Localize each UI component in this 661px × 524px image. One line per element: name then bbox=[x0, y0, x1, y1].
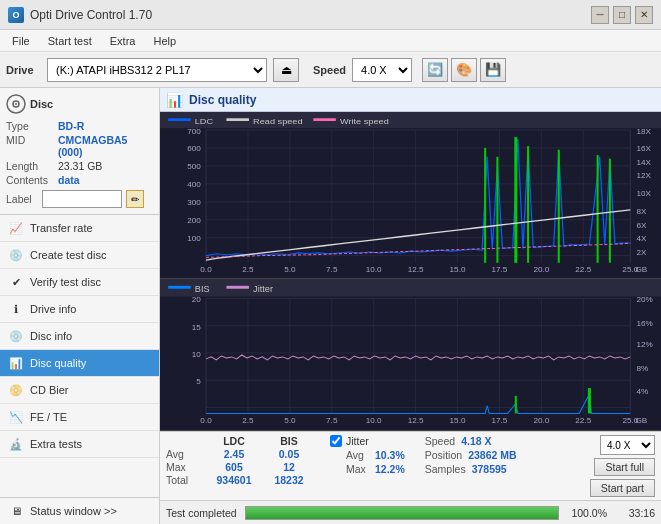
disc-quality-icon: 📊 bbox=[8, 355, 24, 371]
start-full-button[interactable]: Start full bbox=[594, 458, 655, 476]
svg-text:12%: 12% bbox=[636, 340, 652, 349]
svg-text:GB: GB bbox=[635, 265, 647, 273]
svg-text:5: 5 bbox=[196, 377, 201, 386]
extra-tests-icon: 🔬 bbox=[8, 436, 24, 452]
bottom-chart: BIS Jitter bbox=[160, 279, 661, 431]
svg-text:10X: 10X bbox=[636, 190, 651, 198]
sidebar-item-transfer-rate[interactable]: 📈 Transfer rate bbox=[0, 215, 159, 242]
speed-info-section: Speed 4.18 X Position 23862 MB Samples 3… bbox=[425, 435, 517, 475]
svg-text:14X: 14X bbox=[636, 158, 651, 166]
refresh-button[interactable]: 🔄 bbox=[422, 58, 448, 82]
sidebar-item-disc-info[interactable]: 💿 Disc info bbox=[0, 323, 159, 350]
fe-te-label: FE / TE bbox=[30, 411, 67, 423]
content-header: 📊 Disc quality bbox=[160, 88, 661, 112]
disc-info-icon: 💿 bbox=[8, 328, 24, 344]
minimize-button[interactable]: ─ bbox=[591, 6, 609, 24]
top-chart: LDC Read speed Write speed bbox=[160, 112, 661, 279]
drive-toolbar: Drive (K:) ATAPI iHBS312 2 PL17 ⏏ Speed … bbox=[0, 52, 661, 88]
app-title: Opti Drive Control 1.70 bbox=[30, 8, 152, 22]
sidebar-item-verify-test-disc[interactable]: ✔ Verify test disc bbox=[0, 269, 159, 296]
progress-area: Test completed 100.0% 33:16 bbox=[160, 500, 661, 524]
menu-bar: File Start test Extra Help bbox=[0, 30, 661, 52]
svg-text:GB: GB bbox=[635, 416, 647, 425]
label-input[interactable] bbox=[42, 190, 122, 208]
svg-text:18X: 18X bbox=[636, 127, 651, 135]
sidebar-item-fe-te[interactable]: 📉 FE / TE bbox=[0, 404, 159, 431]
svg-text:8%: 8% bbox=[636, 364, 648, 373]
sidebar-item-extra-tests[interactable]: 🔬 Extra tests bbox=[0, 431, 159, 458]
sidebar-item-cd-bier[interactable]: 📀 CD Bier bbox=[0, 377, 159, 404]
disc-mid-row: MID CMCMAGBA5 (000) bbox=[6, 134, 153, 158]
sidebar-item-create-test-disc[interactable]: 💿 Create test disc bbox=[0, 242, 159, 269]
cd-bier-label: CD Bier bbox=[30, 384, 69, 396]
max-jitter-label: Max bbox=[346, 463, 371, 475]
extra-tests-label: Extra tests bbox=[30, 438, 82, 450]
transfer-rate-label: Transfer rate bbox=[30, 222, 93, 234]
speed-select[interactable]: 4.0 X 2.0 X 8.0 X bbox=[352, 58, 412, 82]
svg-text:20%: 20% bbox=[636, 296, 652, 305]
sidebar-item-drive-info[interactable]: ℹ Drive info bbox=[0, 296, 159, 323]
svg-text:6X: 6X bbox=[636, 221, 646, 229]
max-label: Max bbox=[166, 461, 204, 473]
avg-label: Avg bbox=[166, 448, 204, 460]
status-window-item[interactable]: 🖥 Status window >> bbox=[0, 497, 159, 524]
menu-file[interactable]: File bbox=[4, 33, 38, 49]
eject-button[interactable]: ⏏ bbox=[273, 58, 299, 82]
mid-value: CMCMAGBA5 (000) bbox=[58, 134, 153, 158]
drive-select[interactable]: (K:) ATAPI iHBS312 2 PL17 bbox=[47, 58, 267, 82]
svg-text:15: 15 bbox=[192, 323, 202, 332]
jitter-checkbox[interactable] bbox=[330, 435, 342, 447]
total-label: Total bbox=[166, 474, 204, 486]
menu-extra[interactable]: Extra bbox=[102, 33, 144, 49]
maximize-button[interactable]: □ bbox=[613, 6, 631, 24]
sidebar-item-disc-quality[interactable]: 📊 Disc quality bbox=[0, 350, 159, 377]
svg-text:15.0: 15.0 bbox=[450, 416, 466, 425]
start-part-button[interactable]: Start part bbox=[590, 479, 655, 497]
label-key: Label bbox=[6, 193, 38, 205]
svg-text:2.5: 2.5 bbox=[242, 416, 254, 425]
svg-text:Jitter: Jitter bbox=[253, 284, 273, 294]
svg-text:Write speed: Write speed bbox=[340, 116, 389, 125]
svg-text:100: 100 bbox=[187, 235, 201, 243]
total-ldc: 934601 bbox=[208, 474, 260, 486]
svg-text:4X: 4X bbox=[636, 235, 646, 243]
max-bis: 12 bbox=[264, 461, 314, 473]
progress-time: 33:16 bbox=[615, 507, 655, 519]
verify-test-disc-label: Verify test disc bbox=[30, 276, 101, 288]
label-edit-button[interactable]: ✏ bbox=[126, 190, 144, 208]
disc-panel: Disc Type BD-R MID CMCMAGBA5 (000) Lengt… bbox=[0, 88, 159, 215]
svg-text:16%: 16% bbox=[636, 319, 652, 328]
menu-help[interactable]: Help bbox=[145, 33, 184, 49]
total-bis: 18232 bbox=[264, 474, 314, 486]
svg-text:300: 300 bbox=[187, 199, 201, 207]
close-button[interactable]: ✕ bbox=[635, 6, 653, 24]
speed-label: Speed bbox=[313, 64, 346, 76]
svg-text:16X: 16X bbox=[636, 145, 651, 153]
save-button[interactable]: 💾 bbox=[480, 58, 506, 82]
color-button[interactable]: 🎨 bbox=[451, 58, 477, 82]
disc-header-icon bbox=[6, 94, 26, 114]
length-value: 23.31 GB bbox=[58, 160, 102, 172]
status-window-icon: 🖥 bbox=[8, 503, 24, 519]
disc-quality-header-icon: 📊 bbox=[166, 92, 183, 108]
svg-text:LDC: LDC bbox=[195, 116, 213, 125]
title-bar: O Opti Drive Control 1.70 ─ □ ✕ bbox=[0, 0, 661, 30]
menu-start-test[interactable]: Start test bbox=[40, 33, 100, 49]
length-label: Length bbox=[6, 160, 58, 172]
fe-te-icon: 📉 bbox=[8, 409, 24, 425]
mid-label: MID bbox=[6, 134, 58, 158]
max-ldc: 605 bbox=[208, 461, 260, 473]
create-test-disc-label: Create test disc bbox=[30, 249, 106, 261]
quality-speed-select[interactable]: 4.0 X bbox=[600, 435, 655, 455]
transfer-rate-icon: 📈 bbox=[8, 220, 24, 236]
stats-table: LDC BIS Avg 2.45 0.05 Max 605 12 Total 9… bbox=[166, 435, 314, 486]
svg-text:10.0: 10.0 bbox=[366, 416, 382, 425]
progress-percent: 100.0% bbox=[567, 507, 607, 519]
avg-jitter-val: 10.3% bbox=[375, 449, 405, 461]
verify-test-disc-icon: ✔ bbox=[8, 274, 24, 290]
svg-text:7.5: 7.5 bbox=[326, 265, 337, 273]
status-text: Test completed bbox=[166, 507, 237, 519]
avg-ldc: 2.45 bbox=[208, 448, 260, 460]
svg-text:200: 200 bbox=[187, 217, 201, 225]
position-key: Position bbox=[425, 449, 462, 461]
